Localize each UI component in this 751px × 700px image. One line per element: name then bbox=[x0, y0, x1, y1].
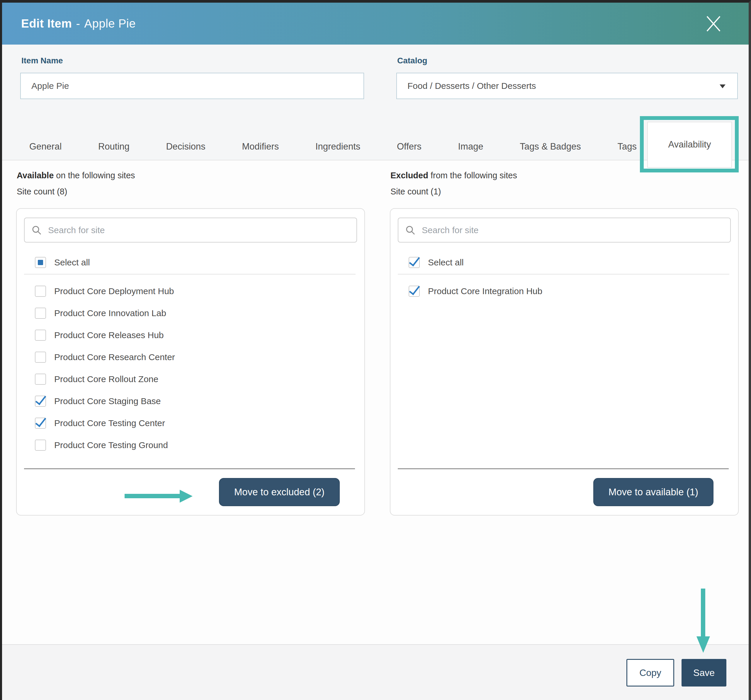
search-icon bbox=[32, 225, 42, 235]
site-label: Product Core Integration Hub bbox=[428, 286, 542, 296]
select-all-label: Select all bbox=[428, 257, 464, 268]
available-select-all[interactable]: Select all bbox=[35, 257, 90, 268]
close-button[interactable] bbox=[705, 15, 722, 33]
select-all-checkbox[interactable] bbox=[35, 257, 46, 268]
available-heading-bold: Available bbox=[17, 171, 54, 180]
tab-general[interactable]: General bbox=[29, 141, 62, 152]
excluded-sites-list: Product Core Integration Hub bbox=[409, 280, 729, 302]
site-label: Product Core Releases Hub bbox=[54, 330, 164, 340]
edit-item-dialog: Edit Item-Apple Pie Item Name Catalog Fo… bbox=[0, 0, 751, 700]
item-name-label: Item Name bbox=[22, 56, 63, 65]
site-label: Product Core Rollout Zone bbox=[54, 374, 158, 384]
tab-tags[interactable]: Tags bbox=[618, 141, 637, 152]
chevron-down-icon bbox=[720, 84, 725, 88]
move-to-available-button[interactable]: Move to available (1) bbox=[593, 478, 714, 506]
site-checkbox[interactable] bbox=[35, 352, 46, 363]
tab-ingredients[interactable]: Ingredients bbox=[315, 141, 360, 152]
dialog-title-separator: - bbox=[72, 17, 84, 30]
site-checkbox[interactable] bbox=[35, 286, 46, 297]
excluded-heading-bold: Excluded bbox=[391, 171, 428, 180]
site-row[interactable]: Product Core Research Center bbox=[35, 346, 355, 368]
tab-offers[interactable]: Offers bbox=[397, 141, 422, 152]
move-to-excluded-button[interactable]: Move to excluded (2) bbox=[219, 478, 340, 506]
excluded-sites-panel: Select all Product Core Integration Hub … bbox=[390, 208, 739, 516]
excluded-select-all[interactable]: Select all bbox=[409, 257, 464, 268]
site-row[interactable]: Product Core Innovation Lab bbox=[35, 302, 355, 324]
site-row[interactable]: Product Core Deployment Hub bbox=[35, 280, 355, 302]
available-search-box[interactable] bbox=[24, 218, 357, 243]
tab-tags-badges[interactable]: Tags & Badges bbox=[520, 141, 581, 152]
tab-routing[interactable]: Routing bbox=[98, 141, 130, 152]
select-all-checkbox[interactable] bbox=[409, 257, 420, 268]
item-name-input[interactable] bbox=[20, 73, 364, 99]
dialog-header: Edit Item-Apple Pie bbox=[2, 3, 749, 45]
site-label: Product Core Testing Ground bbox=[54, 440, 168, 450]
catalog-select[interactable]: Food / Desserts / Other Desserts bbox=[396, 73, 738, 99]
site-label: Product Core Deployment Hub bbox=[54, 286, 174, 296]
excluded-search-input[interactable] bbox=[421, 225, 723, 235]
catalog-label: Catalog bbox=[397, 56, 427, 65]
site-checkbox[interactable] bbox=[35, 440, 46, 451]
available-heading: Available on the following sites bbox=[17, 171, 135, 180]
tab-bar: General Routing Decisions Modifiers Ingr… bbox=[29, 133, 637, 160]
available-search-input[interactable] bbox=[48, 225, 349, 235]
catalog-selected-value: Food / Desserts / Other Desserts bbox=[408, 81, 536, 91]
dialog-title-action: Edit Item bbox=[21, 17, 72, 30]
site-checkbox[interactable] bbox=[35, 396, 46, 407]
tab-modifiers[interactable]: Modifiers bbox=[242, 141, 279, 152]
tab-availability[interactable]: Availability bbox=[647, 122, 732, 168]
site-label: Product Core Testing Center bbox=[54, 418, 165, 428]
action-divider bbox=[398, 468, 729, 469]
excluded-heading: Excluded from the following sites bbox=[391, 171, 517, 180]
search-icon bbox=[405, 225, 416, 235]
tab-decisions[interactable]: Decisions bbox=[166, 141, 205, 152]
action-divider bbox=[24, 468, 355, 469]
site-row[interactable]: Product Core Integration Hub bbox=[409, 280, 729, 302]
site-checkbox[interactable] bbox=[35, 308, 46, 319]
site-label: Product Core Research Center bbox=[54, 352, 175, 362]
list-divider bbox=[398, 274, 729, 274]
site-row[interactable]: Product Core Staging Base bbox=[35, 390, 355, 412]
copy-button[interactable]: Copy bbox=[626, 659, 674, 686]
available-sites-list: Product Core Deployment Hub Product Core… bbox=[35, 280, 355, 456]
list-divider bbox=[24, 274, 355, 274]
site-label: Product Core Staging Base bbox=[54, 396, 161, 406]
site-checkbox[interactable] bbox=[35, 330, 46, 341]
excluded-heading-rest: from the following sites bbox=[428, 171, 517, 180]
available-site-count: Site count (8) bbox=[17, 187, 67, 197]
site-checkbox[interactable] bbox=[409, 286, 420, 297]
site-row[interactable]: Product Core Testing Ground bbox=[35, 434, 355, 456]
close-icon bbox=[705, 15, 722, 33]
tab-image[interactable]: Image bbox=[458, 141, 483, 152]
site-row[interactable]: Product Core Rollout Zone bbox=[35, 368, 355, 390]
arrow-shaft bbox=[701, 588, 705, 637]
available-sites-panel: Select all Product Core Deployment Hub P… bbox=[16, 208, 365, 516]
site-checkbox[interactable] bbox=[35, 418, 46, 429]
save-button[interactable]: Save bbox=[681, 659, 726, 686]
site-checkbox[interactable] bbox=[35, 373, 46, 385]
dialog-title: Edit Item-Apple Pie bbox=[21, 17, 136, 30]
select-all-label: Select all bbox=[54, 257, 90, 268]
site-row[interactable]: Product Core Releases Hub bbox=[35, 324, 355, 346]
site-row[interactable]: Product Core Testing Center bbox=[35, 412, 355, 434]
excluded-search-box[interactable] bbox=[398, 218, 731, 243]
available-heading-rest: on the following sites bbox=[54, 171, 135, 180]
site-label: Product Core Innovation Lab bbox=[54, 308, 166, 318]
tab-availability-label: Availability bbox=[668, 139, 711, 150]
excluded-site-count: Site count (1) bbox=[391, 187, 441, 197]
dialog-title-item: Apple Pie bbox=[84, 17, 136, 30]
